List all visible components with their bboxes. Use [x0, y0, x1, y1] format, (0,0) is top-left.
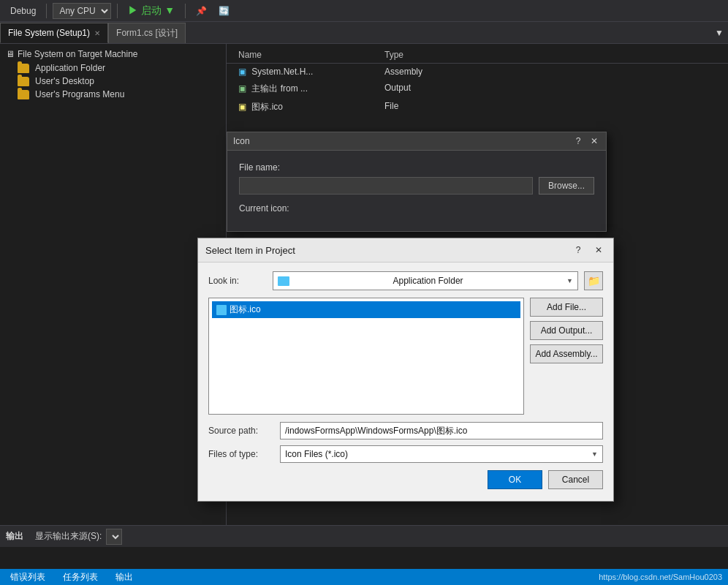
select-dialog-titlebar: Select Item in Project ? ✕ [198, 238, 613, 263]
start-button[interactable]: ▶ 启动 ▼ [124, 3, 179, 19]
bottom-tabs: 错误列表 任务列表 输出 https://blog.csdn.net/SamHo… [0, 569, 728, 585]
output-label: 输出 [6, 530, 23, 543]
select-dialog-help[interactable]: ? [571, 243, 585, 257]
file-list[interactable]: 图标.ico [208, 298, 524, 415]
select-dialog-body: Look in: Application Folder ▼ 📁 图标.ico A… [198, 263, 613, 501]
output-bar: 输出 显示输出来源(S): [0, 525, 728, 547]
icon-dialog-help[interactable]: ? [572, 135, 584, 147]
application-folder-icon [18, 64, 29, 73]
side-buttons: Add File... Add Output... Add Assembly..… [530, 298, 603, 415]
table-header: Name Type [227, 47, 728, 64]
tab-filesystem-close[interactable]: ✕ [94, 29, 100, 37]
select-main-area: 图标.ico Add File... Add Output... Add Ass… [208, 298, 603, 415]
select-dialog-close[interactable]: ✕ [591, 243, 606, 257]
cell-name-2: ▣ 图标.ico [232, 99, 379, 115]
cpu-dropdown[interactable]: Any CPU [53, 3, 111, 19]
pin-button[interactable]: 📌 [192, 4, 211, 18]
file-name-row: Browse... [239, 177, 594, 195]
computer-icon: 🖥 [6, 49, 15, 59]
refresh-button[interactable]: 🔄 [214, 4, 234, 18]
add-file-button[interactable]: Add File... [530, 298, 603, 317]
fs-panel: 🖥 File System on Target Machine Applicat… [0, 44, 227, 525]
select-dialog-title-label: Select Item in Project [205, 245, 295, 256]
output-source-label: 显示输出来源(S): [35, 530, 102, 543]
tab-error-list[interactable]: 错误列表 [6, 570, 50, 585]
icon-dialog-titlebar: Icon ? ✕ [227, 132, 606, 151]
table-row[interactable]: ▣ 图标.ico File [227, 98, 728, 116]
files-of-type-label: Files of type: [208, 449, 274, 459]
table-row[interactable]: ▣ 主输出 from ... Output [227, 80, 728, 98]
icon-dialog-controls: ? ✕ [572, 135, 600, 147]
tab-bar: File System (Setup1) ✕ Form1.cs [设计] ▼ [0, 22, 728, 44]
toolbar-separator-3 [185, 4, 186, 18]
toolbar: Debug Any CPU ▶ 启动 ▼ 📌 🔄 [0, 0, 728, 22]
files-of-type-dropdown[interactable]: Icon Files (*.ico) ▼ [280, 445, 603, 463]
file-list-icon [216, 305, 227, 315]
look-in-label: Look in: [208, 276, 267, 286]
look-in-chevron: ▼ [566, 277, 573, 284]
file-list-item-name: 图标.ico [230, 303, 261, 316]
look-in-value: Application Folder [393, 276, 463, 286]
look-in-dropdown[interactable]: Application Folder ▼ [273, 271, 578, 290]
look-in-row: Look in: Application Folder ▼ 📁 [208, 271, 603, 290]
select-dialog-controls: ? ✕ [571, 243, 606, 257]
output-source-dropdown[interactable] [106, 529, 122, 545]
tab-scroll-right[interactable]: ▼ [710, 26, 728, 39]
add-assembly-button[interactable]: Add Assembly... [530, 344, 603, 363]
icon-dialog-title: Icon [233, 136, 250, 146]
add-output-button[interactable]: Add Output... [530, 321, 603, 340]
col-name: Name [232, 48, 379, 61]
cancel-button[interactable]: Cancel [548, 470, 603, 489]
debug-dropdown[interactable]: Debug [6, 4, 40, 18]
files-of-type-chevron: ▼ [591, 450, 598, 458]
fs-root-label: File System on Target Machine [18, 49, 138, 59]
ok-cancel-row: OK Cancel [208, 470, 603, 492]
tab-task-list[interactable]: 任务列表 [58, 570, 102, 585]
desktop-folder-icon [18, 77, 29, 86]
output-icon: ▣ [238, 83, 246, 94]
source-path-input[interactable] [280, 422, 603, 439]
icon-dialog-content: File name: Browse... Current icon: [227, 151, 606, 231]
fs-item-programs-menu[interactable]: User's Programs Menu [0, 88, 226, 101]
tab-output[interactable]: 输出 [111, 570, 137, 585]
select-item-dialog: Select Item in Project ? ✕ Look in: Appl… [197, 238, 614, 502]
cell-type-0: Assembly [379, 65, 466, 78]
col-type: Type [379, 48, 466, 61]
programs-label: User's Programs Menu [35, 89, 124, 99]
app-folder-icon [278, 276, 289, 286]
folder-browse-button[interactable]: 📁 [584, 271, 603, 290]
bottom-right-link: https://blog.csdn.net/SamHou0203 [599, 573, 722, 581]
cell-name-0: ▣ System.Net.H... [232, 65, 379, 78]
table-row[interactable]: ▣ System.Net.H... Assembly [227, 64, 728, 80]
assembly-icon: ▣ [238, 67, 246, 77]
toolbar-separator-1 [46, 4, 47, 18]
select-bottom: Source path: Files of type: Icon Files (… [208, 422, 603, 492]
tab-form1-label: Form1.cs [设计] [116, 27, 178, 39]
file-name-label: File name: [239, 162, 594, 173]
browse-button[interactable]: Browse... [539, 177, 594, 195]
file-name-input[interactable] [239, 177, 533, 195]
file-list-item[interactable]: 图标.ico [212, 301, 520, 318]
files-of-type-value: Icon Files (*.ico) [285, 449, 348, 459]
cell-type-2: File [379, 99, 466, 115]
fs-item-application-folder[interactable]: Application Folder [0, 61, 226, 75]
current-icon-label: Current icon: [239, 203, 594, 214]
tab-filesystem[interactable]: File System (Setup1) ✕ [0, 23, 108, 43]
toolbar-separator-2 [117, 4, 118, 18]
application-folder-label: Application Folder [35, 63, 105, 73]
ok-button[interactable]: OK [488, 470, 542, 489]
fs-root[interactable]: 🖥 File System on Target Machine [0, 47, 226, 61]
icon-dialog: Icon ? ✕ File name: Browse... Current ic… [227, 132, 607, 232]
desktop-label: User's Desktop [35, 76, 94, 86]
programs-folder-icon [18, 90, 29, 99]
icon-dialog-close[interactable]: ✕ [588, 135, 600, 147]
cell-type-1: Output [379, 81, 466, 97]
source-path-label: Source path: [208, 426, 274, 436]
fs-item-desktop[interactable]: User's Desktop [0, 75, 226, 88]
look-in-dropdown-icon [278, 276, 292, 286]
tab-form1[interactable]: Form1.cs [设计] [108, 23, 186, 43]
source-path-row: Source path: [208, 422, 603, 439]
file-icon: ▣ [238, 102, 246, 112]
files-of-type-row: Files of type: Icon Files (*.ico) ▼ [208, 445, 603, 463]
tab-filesystem-label: File System (Setup1) [8, 28, 90, 38]
